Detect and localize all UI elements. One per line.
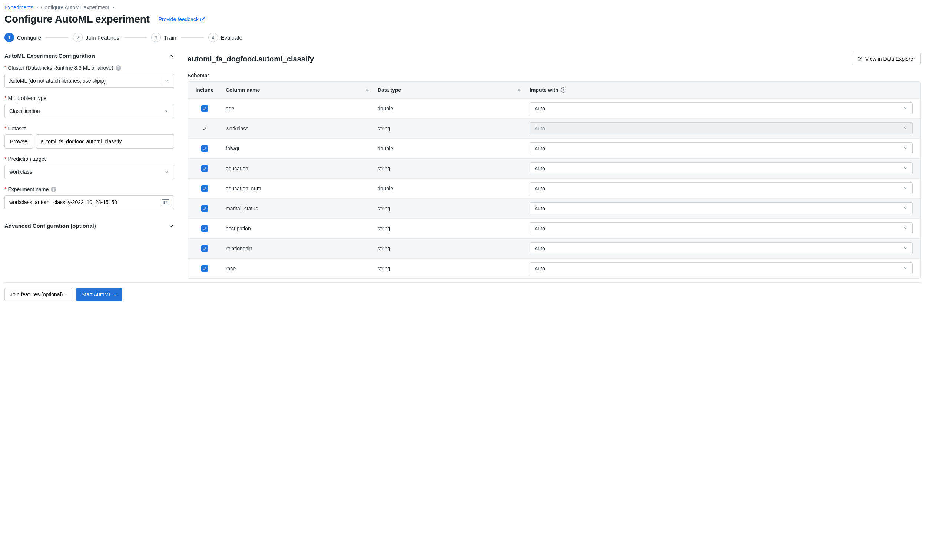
problem-type-select[interactable]: Classification <box>5 104 174 118</box>
cell-include <box>188 162 221 176</box>
cell-column-name: education <box>221 162 373 175</box>
step-configure[interactable]: 1Configure <box>5 33 41 42</box>
chevron-down-icon <box>903 265 908 272</box>
step-number: 1 <box>5 33 14 42</box>
chevron-down-icon <box>164 169 169 174</box>
table-row: racestringAuto <box>188 258 920 278</box>
th-data-type[interactable]: Data type <box>373 82 525 98</box>
experiment-name-field: *Experiment name ? ▮≡ <box>5 186 174 209</box>
table-row: relationshipstringAuto <box>188 238 920 258</box>
impute-select[interactable]: Auto <box>530 142 913 155</box>
footer: Join features (optional) › Start AutoML … <box>5 282 920 306</box>
sort-icon <box>366 89 369 92</box>
chevron-down-icon <box>903 245 908 251</box>
include-checkbox[interactable] <box>201 225 208 232</box>
step-divider <box>45 38 69 38</box>
svg-line-1 <box>859 57 861 59</box>
view-data-explorer-button[interactable]: View in Data Explorer <box>852 53 920 65</box>
cell-column-name: occupation <box>221 222 373 235</box>
config-section-header[interactable]: AutoML Experiment Configuration <box>5 53 174 59</box>
chevron-down-icon <box>168 223 174 229</box>
target-select[interactable]: workclass <box>5 165 174 179</box>
target-value: workclass <box>9 169 32 175</box>
browse-button[interactable]: Browse <box>5 134 33 149</box>
chevron-down-icon <box>903 105 908 111</box>
impute-select[interactable]: Auto <box>530 182 913 194</box>
impute-select[interactable]: Auto <box>530 102 913 114</box>
chevron-right-icon: › <box>36 5 38 11</box>
target-label: Prediction target <box>8 156 45 162</box>
step-label: Configure <box>17 35 41 41</box>
advanced-section-header[interactable]: Advanced Configuration (optional) <box>5 222 174 229</box>
external-link-icon <box>857 56 862 62</box>
include-checkbox[interactable] <box>201 185 208 192</box>
th-impute: Impute with i <box>525 82 920 98</box>
step-evaluate[interactable]: 4Evaluate <box>208 33 243 42</box>
info-icon[interactable]: i <box>561 87 566 93</box>
double-chevron-right-icon: » <box>114 291 117 297</box>
th-column-name[interactable]: Column name <box>221 82 373 98</box>
help-icon[interactable]: ? <box>116 65 121 71</box>
impute-select[interactable]: Auto <box>530 162 913 174</box>
external-link-icon <box>200 17 205 22</box>
help-icon[interactable]: ? <box>51 187 56 192</box>
schema-label: Schema: <box>188 73 920 78</box>
cell-column-name: workclass <box>221 122 373 135</box>
table-row: marital_statusstringAuto <box>188 198 920 218</box>
chevron-right-icon: › <box>65 291 67 297</box>
cell-impute: Auto <box>525 198 920 218</box>
dataset-input[interactable] <box>36 134 174 149</box>
include-checkbox[interactable] <box>201 145 208 152</box>
dataset-title: automl_fs_dogfood.automl_classify <box>188 55 314 63</box>
dataset-field: *Dataset Browse <box>5 126 174 149</box>
advanced-section-title: Advanced Configuration (optional) <box>5 222 96 229</box>
join-features-button[interactable]: Join features (optional) › <box>5 288 72 301</box>
impute-select[interactable]: Auto <box>530 222 913 234</box>
experiment-name-text[interactable] <box>9 199 161 205</box>
chevron-down-icon <box>164 78 169 83</box>
step-number: 4 <box>208 33 218 42</box>
th-include: Include <box>188 82 221 98</box>
start-automl-button[interactable]: Start AutoML » <box>76 288 122 301</box>
include-checkbox[interactable] <box>201 105 208 112</box>
step-divider <box>181 38 204 38</box>
cluster-label: Cluster (Databricks Runtime 8.3 ML or ab… <box>8 65 113 71</box>
cell-impute: Auto <box>525 179 920 198</box>
cluster-value: AutoML (do not attach libraries, use %pi… <box>9 78 105 84</box>
include-checkbox[interactable] <box>201 265 208 272</box>
chevron-down-icon <box>164 108 169 114</box>
impute-value: Auto <box>535 105 545 111</box>
cell-include <box>188 102 221 116</box>
impute-select[interactable]: Auto <box>530 242 913 254</box>
cell-include <box>188 141 221 156</box>
cell-column-name: relationship <box>221 242 373 255</box>
table-row: occupationstringAuto <box>188 218 920 238</box>
cell-include <box>188 242 221 255</box>
cell-data-type: string <box>373 222 525 235</box>
include-checkbox[interactable] <box>201 165 208 172</box>
step-train[interactable]: 3Train <box>151 33 176 42</box>
impute-select[interactable]: Auto <box>530 202 913 215</box>
step-join-features[interactable]: 2Join Features <box>73 33 119 42</box>
cluster-select[interactable]: AutoML (do not attach libraries, use %pi… <box>5 74 174 88</box>
cell-impute: Auto <box>525 119 920 138</box>
chevron-down-icon <box>903 225 908 231</box>
breadcrumb: Experiments › Configure AutoML experimen… <box>5 5 920 11</box>
step-label: Join Features <box>86 35 119 41</box>
chevron-right-icon: › <box>112 5 114 11</box>
include-checkbox[interactable] <box>201 205 208 212</box>
experiment-name-label: Experiment name <box>8 186 48 192</box>
cell-impute: Auto <box>525 219 920 238</box>
left-panel: AutoML Experiment Configuration *Cluster… <box>5 53 174 235</box>
step-label: Train <box>164 35 176 41</box>
config-section-title: AutoML Experiment Configuration <box>5 53 95 59</box>
svg-line-0 <box>202 17 205 20</box>
cell-data-type: double <box>373 102 525 115</box>
experiment-name-input[interactable]: ▮≡ <box>5 195 174 209</box>
breadcrumb-root[interactable]: Experiments <box>5 5 33 11</box>
impute-select[interactable]: Auto <box>530 262 913 275</box>
include-checkbox[interactable] <box>201 245 208 252</box>
provide-feedback-link[interactable]: Provide feedback <box>159 16 205 22</box>
dataset-input-text[interactable] <box>41 138 169 144</box>
cell-column-name: race <box>221 262 373 275</box>
